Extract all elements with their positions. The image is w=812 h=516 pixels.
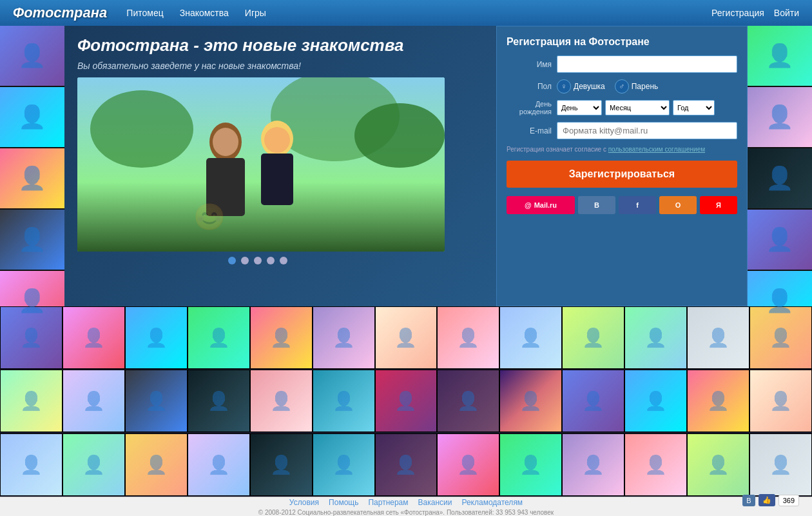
grid-photo[interactable]: 👤	[749, 306, 812, 369]
registration-form: Регистрация на Фотостране Имя Пол ♀ Деву…	[496, 26, 748, 306]
svg-text:😊: 😊	[193, 201, 226, 232]
grid-photo[interactable]: 👤	[437, 306, 499, 369]
grid-photo[interactable]: 👤	[375, 370, 438, 432]
month-select[interactable]: Месяц	[605, 100, 670, 115]
gender-male[interactable]: ♂ Парень	[615, 79, 659, 94]
side-photo[interactable]	[0, 148, 64, 210]
grid-photo[interactable]: 👤	[250, 306, 313, 369]
grid-photo[interactable]: 👤	[624, 370, 687, 432]
footer-advertisers[interactable]: Рекламодателям	[461, 498, 523, 507]
fb-login-btn[interactable]: f	[619, 196, 656, 214]
email-row: E-mail	[507, 122, 737, 139]
mail-login-btn[interactable]: @ Mail.ru	[507, 196, 575, 214]
reg-form-title: Регистрация на Фотостране	[507, 36, 737, 48]
side-photo[interactable]	[748, 148, 812, 210]
slideshow-dots	[77, 257, 438, 264]
grid-photo[interactable]: 👤	[562, 306, 624, 369]
grid-photo[interactable]: 👤	[188, 306, 250, 369]
hero-section: Фотострана - это новые знакомства Вы обя…	[64, 26, 748, 306]
grid-photo[interactable]: 👤	[250, 370, 313, 432]
dob-selects: День Месяц Год	[557, 100, 737, 115]
grid-photo[interactable]: 👤	[499, 370, 562, 432]
ok-login-btn[interactable]: О	[659, 196, 697, 214]
grid-photo[interactable]: 👤	[63, 306, 125, 369]
register-button[interactable]: Зарегистрироваться	[507, 161, 737, 188]
register-link[interactable]: Регистрация	[711, 8, 764, 18]
side-photo[interactable]	[0, 210, 64, 271]
grid-photo[interactable]: 👤	[125, 370, 188, 432]
dot-1[interactable]	[228, 257, 236, 264]
ya-label: Я	[716, 201, 721, 209]
grid-photo[interactable]: 👤	[375, 306, 438, 369]
ya-login-btn[interactable]: Я	[700, 196, 737, 214]
name-label: Имя	[507, 60, 552, 69]
grid-photo[interactable]: 👤	[63, 370, 125, 432]
nav-pet[interactable]: Питомец	[126, 8, 163, 18]
grid-photo[interactable]: 👤	[624, 306, 687, 369]
grid-photo[interactable]: 👤	[63, 433, 125, 496]
side-photo[interactable]	[748, 210, 812, 271]
grid-photo[interactable]: 👤	[562, 370, 624, 432]
social-counter: В 👍 369	[742, 494, 799, 506]
grid-photo[interactable]: 👤	[188, 370, 250, 432]
gender-female[interactable]: ♀ Девушка	[557, 79, 605, 94]
grid-photo[interactable]: 👤	[0, 306, 63, 369]
dot-2[interactable]	[241, 257, 249, 264]
like-btn[interactable]: 👍	[759, 494, 775, 506]
day-select[interactable]: День	[557, 100, 602, 115]
side-photo[interactable]	[748, 87, 812, 148]
vk-share-btn[interactable]: В	[742, 495, 755, 506]
year-select[interactable]: Год	[673, 100, 715, 115]
vk-login-btn[interactable]: В	[578, 196, 615, 214]
social-login: @ Mail.ru В f О Я	[507, 196, 737, 214]
grid-photo[interactable]: 👤	[499, 306, 562, 369]
name-input[interactable]	[557, 55, 737, 73]
side-photo[interactable]	[748, 26, 812, 87]
grid-photo[interactable]: 👤	[375, 433, 438, 496]
side-photo[interactable]	[0, 26, 64, 87]
dot-4[interactable]	[267, 257, 275, 264]
nav-dating[interactable]: Знакомства	[180, 8, 229, 18]
grid-photo[interactable]: 👤	[125, 433, 188, 496]
grid-photo[interactable]: 👤	[624, 433, 687, 496]
side-photo[interactable]	[0, 87, 64, 148]
female-icon: ♀	[557, 79, 571, 94]
grid-photo[interactable]: 👤	[250, 433, 313, 496]
footer-partners[interactable]: Партнерам	[368, 498, 408, 507]
grid-photo[interactable]: 👤	[749, 433, 812, 496]
login-link[interactable]: Войти	[774, 8, 799, 18]
email-input[interactable]	[557, 122, 737, 139]
grid-photo[interactable]: 👤	[313, 306, 375, 369]
grid-photo[interactable]: 👤	[687, 433, 749, 496]
grid-photo[interactable]: 👤	[125, 306, 188, 369]
grid-photo[interactable]: 👤	[562, 433, 624, 496]
grid-photo[interactable]: 👤	[687, 306, 749, 369]
grid-photo[interactable]: 👤	[313, 433, 375, 496]
grid-photo[interactable]: 👤	[499, 433, 562, 496]
couple-image: 😊	[77, 77, 445, 252]
auth-nav: Регистрация Войти	[711, 8, 799, 18]
slideshow[interactable]: 😊	[77, 77, 445, 252]
grid-photo[interactable]: 👤	[749, 370, 812, 432]
grid-photo[interactable]: 👤	[437, 433, 499, 496]
grid-photo[interactable]: 👤	[0, 370, 63, 432]
footer-jobs[interactable]: Вакансии	[418, 498, 452, 507]
nav-games[interactable]: Игры	[245, 8, 266, 18]
female-label: Девушка	[574, 82, 605, 91]
grid-photo[interactable]: 👤	[687, 370, 749, 432]
male-label: Парень	[632, 82, 659, 91]
grid-photo[interactable]: 👤	[437, 370, 499, 432]
dot-5[interactable]	[280, 257, 287, 264]
photo-grid: 👤👤👤👤👤👤👤👤👤👤👤👤👤👤👤👤👤👤👤👤👤👤👤👤👤👤👤👤👤👤👤👤👤👤👤👤👤👤👤	[0, 306, 812, 497]
male-icon: ♂	[615, 79, 629, 94]
footer-help[interactable]: Помощь	[329, 498, 358, 507]
grid-photo[interactable]: 👤	[188, 433, 250, 496]
main-nav: Питомец Знакомства Игры	[126, 8, 266, 18]
photo-grid-section: 👤👤👤👤👤👤👤👤👤👤👤👤👤👤👤👤👤👤👤👤👤👤👤👤👤👤👤👤👤👤👤👤👤👤👤👤👤👤👤	[0, 306, 812, 497]
grid-photo[interactable]: 👤	[0, 433, 63, 496]
ok-label: О	[675, 201, 681, 209]
footer-terms[interactable]: Условия	[289, 498, 319, 507]
dot-3[interactable]	[254, 257, 262, 264]
agreement-link[interactable]: пользовательским соглашением	[608, 146, 705, 153]
grid-photo[interactable]: 👤	[313, 370, 375, 432]
